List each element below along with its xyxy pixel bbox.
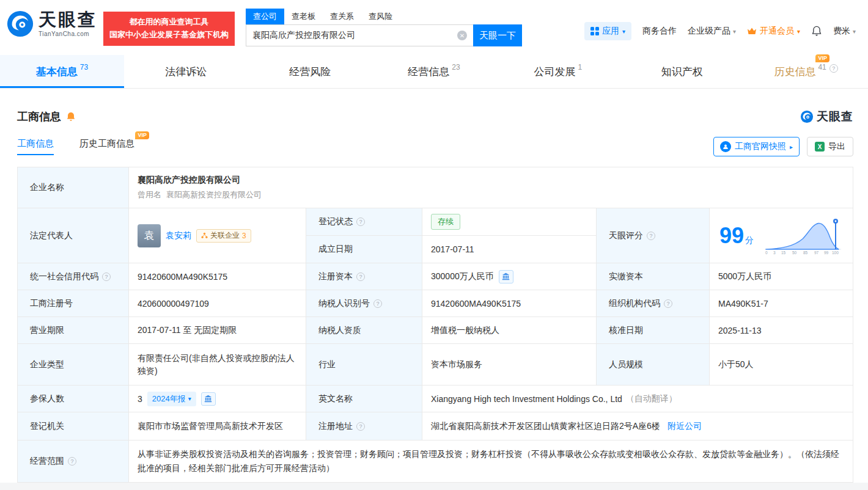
question-icon[interactable]: ? — [356, 218, 365, 226]
related-companies-count: 3 — [242, 232, 246, 240]
svg-text:50: 50 — [792, 250, 797, 255]
caret-down-icon: ▾ — [188, 395, 191, 402]
tianyancha-logo[interactable]: 天眼查 TianYanCha.com — [6, 10, 97, 38]
section-title: 工商信息 — [17, 109, 61, 124]
question-icon[interactable]: ? — [664, 299, 672, 308]
tab-count: 1 — [578, 63, 583, 71]
search-tab-boss[interactable]: 查老板 — [284, 9, 323, 24]
question-icon[interactable]: ? — [356, 272, 365, 281]
tab-basic-info[interactable]: 基本信息 73 — [0, 55, 124, 88]
nav-user-menu[interactable]: 费米 ▾ — [833, 26, 856, 37]
bottom-strip — [0, 483, 868, 490]
reg-number-label: 工商注册号 — [18, 290, 129, 317]
english-name: Xiangyang High tech Investment Holdings … — [431, 394, 622, 404]
english-name-cell: Xiangyang High tech Investment Holdings … — [422, 386, 853, 412]
main-tab-bar: 基本信息 73 法律诉讼 经营风险 经营信息 23 公司发展 1 知识产权 历史… — [0, 55, 868, 89]
score-value: 99分 — [719, 223, 754, 249]
official-snapshot-button[interactable]: 工商官网快照 ▸ — [713, 137, 800, 156]
svg-text:100: 100 — [832, 250, 839, 255]
question-icon[interactable]: ? — [373, 299, 382, 308]
legal-rep-avatar[interactable]: 袁 — [138, 224, 161, 247]
company-type-cell: 有限责任公司(非自然人投资或控股的法人独资) — [129, 344, 306, 386]
crown-icon — [747, 27, 757, 35]
credit-code-label: 统一社会信用代码? — [18, 263, 129, 290]
legal-rep-name-link[interactable]: 袁安莉 — [166, 230, 191, 241]
company-type-label: 企业类型 — [18, 344, 129, 386]
open-vip-label: 开通会员 — [760, 26, 794, 37]
question-icon[interactable]: ? — [356, 422, 365, 431]
subtab-business-info[interactable]: 工商信息 — [17, 138, 54, 155]
search-input[interactable] — [252, 31, 457, 40]
org-code-cell: MA490K51-7 — [710, 290, 853, 317]
tab-count: 23 — [452, 63, 460, 71]
tab-label: 基本信息 — [36, 65, 78, 79]
apps-menu-button[interactable]: 应用 ▾ — [584, 22, 631, 40]
paid-capital-cell: 5000万人民币 — [710, 263, 853, 290]
nav-enterprise-products[interactable]: 企业级产品 ▾ — [688, 26, 736, 37]
tab-operation-info[interactable]: 经营信息 23 — [372, 55, 496, 88]
tianyancha-watermark-icon — [800, 110, 814, 123]
taxpayer-id-label: 纳税人识别号? — [306, 290, 422, 317]
company-name[interactable]: 襄阳高欣产投控股有限公司 — [138, 175, 240, 186]
watermark-label: 天眼查 — [817, 109, 853, 125]
subscribe-bell-icon[interactable] — [66, 112, 76, 122]
export-button[interactable]: X 导出 — [807, 137, 853, 156]
search-button[interactable]: 天眼一下 — [473, 24, 522, 46]
approval-date-label: 核准日期 — [597, 317, 710, 344]
tab-intellectual-property[interactable]: 知识产权 — [620, 55, 744, 88]
tianyancha-watermark: 天眼查 — [800, 109, 853, 125]
former-name-row: 曾用名 襄阳高新投资控股有限公司 — [138, 189, 262, 200]
insured-count-cell: 3 2024年报 ▾ — [129, 386, 306, 412]
question-icon[interactable]: ? — [102, 272, 111, 281]
notification-bell-icon[interactable] — [811, 26, 822, 37]
question-icon[interactable]: ? — [829, 64, 838, 73]
nav-open-vip[interactable]: 开通会员 ▾ — [747, 26, 800, 37]
caret-down-icon: ▾ — [622, 28, 625, 35]
nearby-companies-link[interactable]: 附近公司 — [668, 421, 702, 432]
svg-text:97: 97 — [814, 250, 819, 255]
search-tab-relation[interactable]: 查关系 — [323, 9, 361, 24]
nav-business-cooperation[interactable]: 商务合作 — [642, 26, 677, 37]
search-tab-risk[interactable]: 查风险 — [361, 9, 400, 24]
svg-text:0: 0 — [765, 250, 768, 255]
annual-report-bank-icon[interactable] — [201, 392, 216, 406]
insured-count-label: 参保人数 — [18, 386, 129, 412]
tab-legal-proceedings[interactable]: 法律诉讼 — [124, 55, 248, 88]
apps-label: 应用 — [602, 26, 619, 37]
person-icon — [720, 141, 731, 152]
search-tab-company[interactable]: 查公司 — [246, 9, 284, 24]
company-name-label: 企业名称 — [18, 167, 129, 208]
top-header: 天眼查 TianYanCha.com 都在用的商业查询工具 国家中小企业发展子基… — [0, 0, 868, 55]
question-icon[interactable]: ? — [647, 232, 655, 240]
registered-address-label: 注册地址? — [306, 412, 422, 441]
tab-operation-risk[interactable]: 经营风险 — [248, 55, 372, 88]
former-name: 襄阳高新投资控股有限公司 — [166, 189, 262, 200]
taxpayer-qualification-label: 纳税人资质 — [306, 317, 422, 344]
capital-bank-icon[interactable] — [499, 270, 513, 283]
registration-authority-cell: 襄阳市市场监督管理局高新技术开发区 — [129, 412, 306, 441]
company-name-cell: 襄阳高欣产投控股有限公司 曾用名 襄阳高新投资控股有限公司 — [129, 167, 853, 208]
svg-text:15: 15 — [781, 250, 786, 255]
tab-label: 经营风险 — [289, 65, 331, 79]
question-icon[interactable]: ? — [68, 457, 76, 466]
logo-text: 天眼查 TianYanCha.com — [39, 10, 97, 37]
tab-label: 历史信息 — [774, 65, 815, 79]
clear-icon[interactable]: ✕ — [457, 31, 467, 40]
score-cell: 99分 0 3 15 50 85 97 99 100 — [710, 208, 853, 263]
related-companies-badge[interactable]: 关联企业 3 — [196, 229, 251, 243]
business-scope-text: 从事非证券类股权投资活动及相关的咨询服务；投资管理；财务顾问；项目管理及投资；财… — [138, 447, 844, 475]
search-box: ✕ — [246, 24, 473, 46]
former-name-tag: 曾用名 — [138, 189, 161, 200]
caret-down-icon: ▾ — [733, 28, 736, 35]
tab-history-info[interactable]: 历史信息 VIP 41 ? — [744, 55, 868, 88]
industry-label: 行业 — [306, 344, 422, 386]
apps-grid-icon — [590, 27, 599, 35]
promo-banner: 都在用的商业查询工具 国家中小企业发展子基金旗下机构 — [103, 12, 235, 46]
registered-capital-label: 注册资本? — [306, 263, 422, 290]
score-distribution-chart: 0 3 15 50 85 97 99 100 — [763, 216, 843, 255]
tab-count: VIP 41 — [818, 63, 826, 71]
subtab-history-business-info[interactable]: 历史工商信息 VIP — [79, 138, 134, 155]
annual-report-badge[interactable]: 2024年报 ▾ — [147, 392, 196, 406]
legal-rep-cell: 袁 袁安莉 关联企业 3 — [129, 208, 306, 263]
tab-company-development[interactable]: 公司发展 1 — [496, 55, 620, 88]
